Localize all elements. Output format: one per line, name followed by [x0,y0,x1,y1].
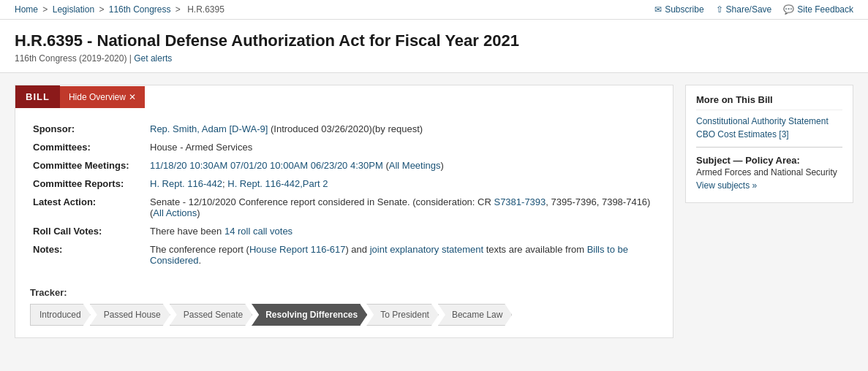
committee-reports-label: Committee Reports: [30,175,147,193]
report2-link[interactable]: H. Rept. 116-442,Part 2 [227,178,328,189]
notes-label: Notes: [30,240,147,269]
sponsor-value: Rep. Smith, Adam [D-WA-9] (Introduced 03… [147,120,658,138]
bill-tab: BILL [15,85,60,108]
page-subtitle: 116th Congress (2019-2020) | Get alerts [15,53,853,64]
committee-meetings-row: Committee Meetings: 11/18/20 10:30AM 07/… [30,156,658,175]
more-on-bill-title: More on This Bill [696,94,842,110]
roll-call-link[interactable]: 14 roll call votes [224,226,293,237]
subject-area-value: Armed Forces and National Security [696,167,842,177]
top-bar: Home > Legislation > 116th Congress > H.… [0,0,868,20]
cbo-cost-estimates-link[interactable]: CBO Cost Estimates [3] [696,129,842,139]
joint-statement-link[interactable]: joint explanatory statement [370,244,483,255]
constitutional-authority-link[interactable]: Constitutional Authority Statement [696,116,842,126]
committees-row: Committees: House - Armed Services [30,138,658,156]
committee-reports-row: Committee Reports: H. Rept. 116-442; H. … [30,175,658,193]
cr-link[interactable]: S7381-7393 [494,196,546,207]
bill-body: Sponsor: Rep. Smith, Adam [D-WA-9] (Intr… [15,108,673,337]
subject-area-title: Subject — Policy Area: [696,155,842,166]
house-report-link[interactable]: House Report 116-617 [249,244,346,255]
subscribe-link[interactable]: ✉ Subscribe [654,4,703,15]
page-title: H.R.6395 - National Defense Authorizatio… [15,31,853,50]
notes-value: The conference report (House Report 116-… [147,240,658,269]
comment-icon: 💬 [783,4,794,15]
bill-info-table: Sponsor: Rep. Smith, Adam [D-WA-9] (Intr… [30,120,658,269]
roll-call-value: There have been 14 roll call votes [147,222,658,240]
sponsor-link[interactable]: Rep. Smith, Adam [D-WA-9] [150,123,268,134]
breadcrumb-legislation[interactable]: Legislation [53,4,94,15]
share-icon: ⇧ [716,4,723,15]
hide-overview-button[interactable]: Hide Overview ✕ [60,86,145,108]
latest-action-row: Latest Action: Senate - 12/10/2020 Confe… [30,193,658,222]
breadcrumb: Home > Legislation > 116th Congress > H.… [15,4,227,15]
meeting3-link[interactable]: 06/23/20 4:30PM [311,160,383,171]
breadcrumb-congress[interactable]: 116th Congress [109,4,171,15]
tracker-step-passed-house: Passed House [90,304,170,326]
sponsor-row: Sponsor: Rep. Smith, Adam [D-WA-9] (Intr… [30,120,658,138]
tracker-label: Tracker: [30,287,658,298]
tracker-step-introduced: Introduced [30,304,91,326]
main-content: BILL Hide Overview ✕ Sponsor: Rep. Smith… [0,73,868,350]
tracker-step-passed-senate: Passed Senate [170,304,252,326]
top-actions: ✉ Subscribe ⇧ Share/Save 💬 Site Feedback [654,4,853,15]
tracker-section: Tracker: IntroducedPassed HousePassed Se… [30,280,658,326]
latest-action-value: Senate - 12/10/2020 Conference report co… [147,193,658,222]
breadcrumb-bill: H.R.6395 [187,4,224,15]
all-actions-link[interactable]: All Actions [153,207,197,218]
tracker-step-resolving-differences: Resolving Differences [252,304,367,326]
notes-row: Notes: The conference report (House Repo… [30,240,658,269]
tracker-step-to-president: To President [366,304,439,326]
breadcrumb-home[interactable]: Home [15,4,38,15]
bill-tab-bar: BILL Hide Overview ✕ [15,85,673,108]
committee-reports-value: H. Rept. 116-442; H. Rept. 116-442,Part … [147,175,658,193]
latest-action-label: Latest Action: [30,193,147,222]
sidebar-more-on-bill: More on This Bill Constitutional Authori… [685,85,853,203]
close-icon: ✕ [129,92,136,102]
roll-call-row: Roll Call Votes: There have been 14 roll… [30,222,658,240]
site-feedback-link[interactable]: 💬 Site Feedback [783,4,853,15]
page-header: H.R.6395 - National Defense Authorizatio… [0,20,868,73]
committees-label: Committees: [30,138,147,156]
get-alerts-link[interactable]: Get alerts [134,53,172,64]
view-subjects-link[interactable]: View subjects » [696,180,842,191]
share-save-link[interactable]: ⇧ Share/Save [716,4,772,15]
meeting1-link[interactable]: 11/18/20 10:30AM [150,160,227,171]
committee-meetings-value: 11/18/20 10:30AM 07/01/20 10:00AM 06/23/… [147,156,658,175]
sponsor-label: Sponsor: [30,120,147,138]
tracker-steps: IntroducedPassed HousePassed SenateResol… [30,304,658,326]
envelope-icon: ✉ [654,4,662,15]
meeting2-link[interactable]: 07/01/20 10:00AM [230,160,308,171]
sidebar: More on This Bill Constitutional Authori… [685,85,853,338]
report1-link[interactable]: H. Rept. 116-442 [150,178,222,189]
roll-call-label: Roll Call Votes: [30,222,147,240]
all-meetings-link[interactable]: All Meetings [389,160,441,171]
committee-meetings-label: Committee Meetings: [30,156,147,175]
bill-panel: BILL Hide Overview ✕ Sponsor: Rep. Smith… [15,85,673,338]
committees-value: House - Armed Services [147,138,658,156]
sidebar-divider [696,147,842,148]
tracker-step-became-law: Became Law [438,304,512,326]
